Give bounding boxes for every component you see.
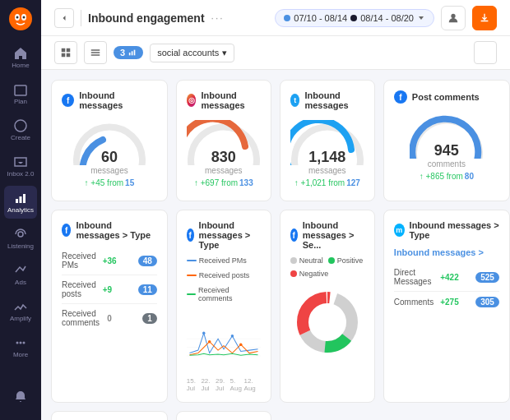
- donut-legend: Neutral Positive Negative: [290, 256, 364, 278]
- svg-point-6: [15, 120, 26, 132]
- svg-rect-15: [62, 48, 66, 53]
- logo: [8, 7, 33, 31]
- sidebar-item-home[interactable]: Home: [4, 41, 37, 74]
- date-range-2: 08/14 - 08/20: [360, 13, 414, 23]
- svg-point-28: [202, 332, 205, 335]
- date-range-1: 07/10 - 08/14: [294, 13, 347, 23]
- filter-btn[interactable]: [474, 41, 497, 64]
- legend-posts: Received posts: [187, 271, 250, 279]
- donut-svg: [294, 289, 360, 355]
- header-options[interactable]: ···: [211, 12, 225, 24]
- messenger-icon: m: [394, 224, 405, 237]
- chart-legend: Received PMs Received posts Received com…: [187, 256, 261, 302]
- bell-icon[interactable]: [4, 381, 37, 413]
- fb-line-chart-card: f Inbound messages > Type Received PMs R…: [176, 210, 271, 403]
- svg-rect-7: [16, 199, 18, 203]
- legend-dot: [290, 270, 297, 277]
- fb-type-card: f Inbound messages > Type Received PMs +…: [51, 210, 168, 403]
- facebook-icon: f: [62, 224, 71, 237]
- type-label: Received posts: [62, 280, 96, 298]
- sidebar-item-ads[interactable]: Ads: [4, 258, 37, 291]
- gauge-svg: [72, 120, 146, 165]
- gauge-wrap: [290, 120, 364, 165]
- gauge-svg: [187, 120, 261, 165]
- sidebar-item-amplify[interactable]: Amplify: [4, 294, 37, 327]
- type-row-dm: Direct Messages +422 525: [394, 263, 499, 292]
- main-content: Inbound engagement ··· 07/10 - 08/14 08/…: [41, 0, 510, 420]
- sidebar-item-analytics[interactable]: Analytics: [4, 186, 37, 219]
- back-button[interactable]: [54, 8, 74, 28]
- sidebar-item-plan[interactable]: Plan: [4, 77, 37, 110]
- donut-chart-container: [290, 283, 364, 362]
- type-row-comments: Received comments 0 1: [62, 304, 157, 332]
- legend-color: [187, 260, 197, 261]
- legend-comments: Received comments: [187, 286, 261, 302]
- gauge-container: 60 messages ↑ +45 from 15: [62, 117, 157, 191]
- type-badge: 305: [475, 297, 499, 307]
- type-change: 0: [107, 314, 136, 323]
- card-title: Inbound messages > Type: [76, 220, 156, 240]
- type-badge: 1: [142, 313, 157, 324]
- svg-point-13: [23, 341, 26, 344]
- legend-positive: Positive: [328, 256, 364, 265]
- gauge-container: 1,148 messages ↑ +1,021 from 127: [290, 117, 364, 191]
- metric-change: ↑ +45 from 15: [85, 178, 135, 187]
- content-grid: f Inbound messages 60 messages ↑ +45 fro…: [41, 70, 510, 420]
- gauge-svg: [290, 120, 364, 165]
- metric-card-ig-messages: ◎ Inbound messages 830 messages ↑ +697 f…: [176, 80, 271, 201]
- type-label: Received comments: [62, 309, 100, 327]
- sidebar-item-listening[interactable]: Listening: [4, 222, 37, 255]
- export-icon-btn[interactable]: [472, 6, 497, 30]
- svg-point-14: [451, 13, 455, 17]
- svg-point-31: [239, 343, 242, 345]
- list-view-btn[interactable]: [84, 41, 107, 64]
- metric-unit: messages: [308, 166, 346, 175]
- sidebar-item-inbox[interactable]: Inbox 2.0: [4, 150, 37, 182]
- twitter-icon: t: [290, 94, 300, 107]
- gauge-wrap: [187, 120, 261, 165]
- svg-rect-9: [23, 194, 26, 203]
- card-title: Post comments: [412, 92, 480, 102]
- card-title: Inbound messages > Se...: [303, 220, 364, 250]
- sidebar: Home Plan Create Inbox 2.0 Analytics Lis…: [0, 0, 41, 420]
- gauge-wrap: [410, 113, 484, 159]
- metric-unit: comments: [428, 159, 466, 168]
- header-actions: [441, 6, 497, 30]
- card-header: f Inbound messages > Type: [187, 220, 261, 250]
- type-label: Comments: [394, 298, 434, 307]
- card-title: Inbound messages > Type: [199, 220, 261, 250]
- type-change: +9: [103, 285, 132, 294]
- page-title: Inbound engagement: [88, 12, 205, 25]
- svg-point-10: [18, 232, 23, 237]
- card-header: f Post comments: [394, 90, 499, 104]
- svg-point-3: [16, 16, 19, 19]
- svg-point-4: [23, 16, 26, 19]
- svg-rect-17: [62, 53, 66, 58]
- sidebar-item-create[interactable]: Create: [4, 113, 37, 146]
- date-range-selector[interactable]: 07/10 - 08/14 08/14 - 08/20: [275, 9, 434, 27]
- svg-rect-21: [91, 54, 100, 56]
- svg-rect-8: [20, 196, 22, 203]
- type-badge: 525: [475, 272, 499, 283]
- svg-point-12: [20, 341, 22, 344]
- user-icon-btn[interactable]: [441, 6, 466, 30]
- grid-view-btn[interactable]: [54, 41, 77, 64]
- svg-point-30: [208, 340, 211, 343]
- social-accounts-dropdown[interactable]: social accounts ▾: [150, 44, 234, 62]
- svg-point-11: [16, 341, 19, 344]
- type-row-pms: Received PMs +36 48: [62, 247, 157, 275]
- inbound-link-text[interactable]: Inbound messages >: [394, 247, 484, 257]
- chart-x-axis: 15. Jul22. Jul29. Jul5. Aug12. Aug: [187, 377, 261, 392]
- sidebar-item-more[interactable]: More: [4, 330, 37, 363]
- line-chart-svg: [187, 307, 261, 373]
- type-change: +422: [440, 273, 469, 282]
- social-count-badge: 3: [114, 46, 143, 59]
- type-row-comments: Comments +275 305: [394, 292, 499, 312]
- facebook-icon: f: [187, 228, 194, 242]
- card-header: m Inbound messages > Type: [394, 220, 499, 240]
- date-dot-1: [284, 15, 290, 21]
- metric-card-tw-messages: t Inbound messages 1,148 messages ↑ +1,0…: [280, 80, 375, 201]
- card-header: f Inbound messages: [62, 90, 157, 110]
- legend-dot: [328, 257, 335, 264]
- inbound-link[interactable]: Inbound messages >: [394, 247, 499, 258]
